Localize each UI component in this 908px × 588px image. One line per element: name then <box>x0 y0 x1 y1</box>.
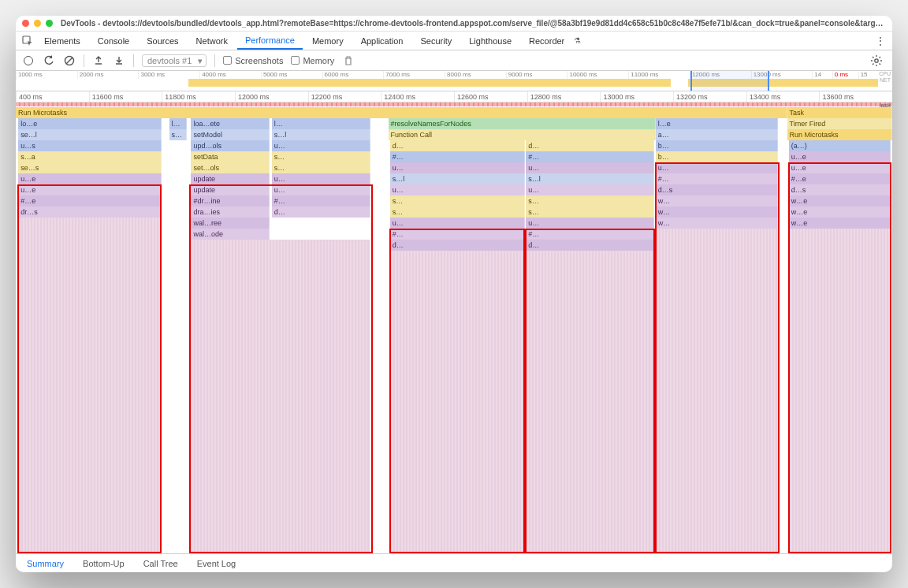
flame-bar[interactable]: u… <box>390 162 525 173</box>
flame-bar[interactable]: Timer Fired <box>787 118 892 129</box>
flame-bar[interactable]: d… <box>526 140 653 151</box>
flame-bar[interactable]: s…l <box>390 173 525 184</box>
flame-bar[interactable]: se…l <box>169 129 187 140</box>
flame-bar[interactable]: s… <box>390 207 525 218</box>
screenshots-checkbox[interactable]: Screenshots <box>223 56 283 65</box>
tab-security[interactable]: Security <box>412 33 460 49</box>
flame-bar[interactable]: s… <box>390 195 525 207</box>
flame-bar[interactable]: Function Call <box>389 129 656 140</box>
flame-chart-area[interactable]: 400 ms 11600 ms 11800 ms 12000 ms 12200 … <box>16 91 892 553</box>
flame-bar[interactable]: s…a <box>18 151 161 162</box>
tab-application[interactable]: Application <box>353 33 411 49</box>
tab-console[interactable]: Console <box>90 33 137 49</box>
flame-bar[interactable]: (a…) <box>789 140 891 151</box>
profile-select[interactable]: devtools #1 <box>142 54 207 67</box>
flame-bar[interactable]: lo…e <box>18 118 161 129</box>
flame-bar[interactable]: #… <box>390 229 525 240</box>
flame-bar[interactable]: w… <box>656 207 779 218</box>
reload-record-button[interactable] <box>43 54 55 67</box>
memory-checkbox[interactable]: Memory <box>291 56 334 65</box>
flame-bar[interactable]: s…l <box>272 129 371 140</box>
flame-bar[interactable]: w… <box>656 195 779 207</box>
flame-bar[interactable]: b… <box>656 140 779 151</box>
flame-bar[interactable]: dr…s <box>18 207 161 218</box>
tab-event-log[interactable]: Event Log <box>189 556 244 571</box>
flame-bar[interactable]: Run Microtasks <box>16 107 787 118</box>
kebab-icon[interactable]: ⋮ <box>869 35 892 47</box>
flame-bar[interactable]: b… <box>656 151 779 162</box>
flame-bar[interactable]: #…e <box>789 173 891 184</box>
flame-bar[interactable]: upd…ols <box>191 140 270 151</box>
flame-bar[interactable]: set…ols <box>191 162 270 173</box>
tab-recorder[interactable]: Recorder <box>521 33 572 49</box>
minimize-window-button[interactable] <box>34 20 41 27</box>
flame-bar[interactable]: #… <box>526 229 653 240</box>
close-window-button[interactable] <box>22 20 29 27</box>
flame-bar[interactable]: s… <box>272 151 371 162</box>
flame-bar[interactable]: d… <box>390 240 525 251</box>
tab-performance[interactable]: Performance <box>237 32 303 50</box>
flame-bar[interactable]: #resolveNamesForNodes <box>389 118 656 129</box>
flame-bar[interactable]: d…s <box>789 184 891 195</box>
minimap-viewport[interactable] <box>690 71 769 91</box>
flame-bar[interactable]: l… <box>272 118 371 129</box>
flame-bar[interactable]: a… <box>656 129 779 140</box>
flame-bar[interactable]: Task <box>787 107 892 118</box>
flame-bar[interactable]: u… <box>526 184 653 195</box>
gear-icon[interactable] <box>870 54 883 67</box>
flame-bar[interactable]: u… <box>656 162 779 173</box>
flame-bar[interactable]: u…e <box>789 162 891 173</box>
flame-bar[interactable]: u…e <box>18 173 161 184</box>
flame-bar[interactable]: #dr…ine <box>191 195 270 207</box>
flame-bar[interactable]: d… <box>272 207 371 218</box>
flame-bar[interactable]: Run Microtasks <box>787 129 892 140</box>
tab-elements[interactable]: Elements <box>36 33 88 49</box>
trash-icon[interactable] <box>342 54 355 67</box>
download-button[interactable] <box>113 54 125 67</box>
zoom-window-button[interactable] <box>46 20 53 27</box>
flame-bar[interactable]: #… <box>656 173 779 184</box>
clear-button[interactable] <box>63 54 76 67</box>
flame-bar[interactable]: #… <box>272 195 371 207</box>
flame-bar[interactable]: u… <box>272 173 371 184</box>
flame-bar[interactable]: se…s <box>18 162 161 173</box>
record-button[interactable] <box>22 54 35 67</box>
flame-bar[interactable]: w…e <box>789 218 891 229</box>
flame-bar[interactable]: u… <box>390 218 525 229</box>
flame-bar[interactable]: wal…ode <box>191 229 270 240</box>
flame-bar[interactable]: se…l <box>18 129 161 140</box>
tab-bottom-up[interactable]: Bottom-Up <box>75 556 132 571</box>
flame-bar[interactable]: w… <box>656 218 779 229</box>
flame-bar[interactable]: s… <box>526 195 653 207</box>
tab-summary[interactable]: Summary <box>19 556 72 571</box>
tab-sources[interactable]: Sources <box>139 33 186 49</box>
flame-bar[interactable]: w…e <box>789 195 891 207</box>
flame-bar[interactable]: loa…ete <box>191 118 270 129</box>
tab-network[interactable]: Network <box>188 33 236 49</box>
flame-bar[interactable]: wal…ree <box>191 218 270 229</box>
flame-bar[interactable]: setData <box>191 151 270 162</box>
flame-bar[interactable]: update <box>191 173 270 184</box>
flame-bar[interactable]: setModel <box>191 129 270 140</box>
flame-bar[interactable]: #…e <box>18 195 161 207</box>
flame-bar[interactable]: dra…ies <box>191 207 270 218</box>
flame-bar[interactable]: s…l <box>526 173 653 184</box>
flame-bar[interactable]: d… <box>390 140 525 151</box>
tab-lighthouse[interactable]: Lighthouse <box>461 33 519 49</box>
flame-bar[interactable]: u… <box>390 184 525 195</box>
flame-bar[interactable]: update <box>191 184 270 195</box>
flame-bar[interactable]: u… <box>526 218 653 229</box>
flame-bar[interactable]: u… <box>526 162 653 173</box>
minimap-overview[interactable]: 1000 ms 2000 ms 3000 ms 4000 ms 5000 ms … <box>16 71 892 91</box>
inspect-icon[interactable] <box>20 34 35 48</box>
flame-bar[interactable]: u… <box>272 140 371 151</box>
flame-bar[interactable]: u…e <box>18 184 161 195</box>
upload-button[interactable] <box>92 54 105 67</box>
flame-bar[interactable]: d…s <box>656 184 779 195</box>
flame-bar[interactable]: s… <box>526 207 653 218</box>
flame-chart[interactable]: Run Microtasks Task Timer Fired Run Micr… <box>16 107 892 553</box>
flame-bar[interactable]: #… <box>526 151 653 162</box>
flame-bar[interactable]: u… <box>272 184 371 195</box>
flame-bar[interactable]: lo…e <box>169 118 187 129</box>
flame-bar[interactable]: #… <box>390 151 525 162</box>
